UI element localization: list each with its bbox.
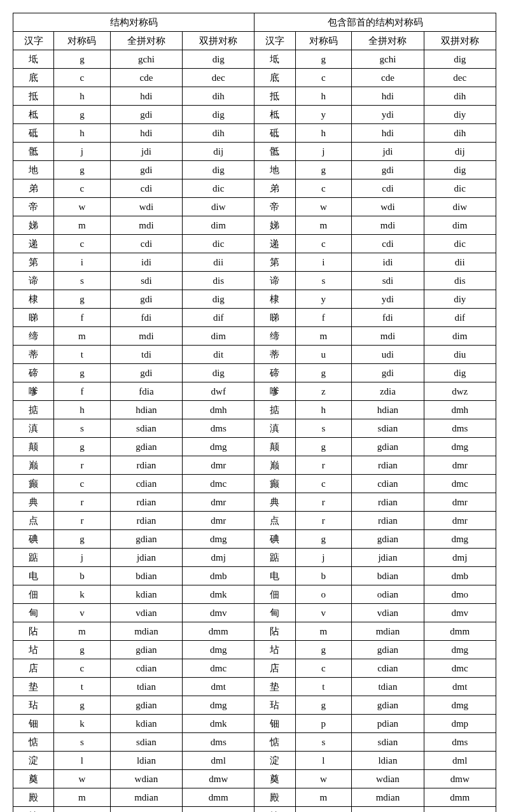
cell-r-hz: 电 <box>254 567 295 585</box>
cell-r-hz: 惦 <box>254 733 295 752</box>
cell-l-hz: 递 <box>13 235 54 253</box>
table-row: 淀lldiandml淀lldiandml <box>13 752 496 770</box>
table-row: 娣mmdidim娣mmdidim <box>13 216 496 235</box>
cell-r-qp: gdian <box>352 530 424 549</box>
cell-r-dc: c <box>295 475 352 493</box>
cell-r-hz: 巅 <box>254 456 295 475</box>
cell-r-dc: b <box>295 567 352 585</box>
cell-l-dc: c <box>54 475 111 493</box>
cell-r-dc: g <box>295 364 352 382</box>
cell-l-sp: dmg <box>183 807 254 813</box>
cell-l-dc: s <box>54 419 111 438</box>
cell-r-hz: 谛 <box>254 272 295 290</box>
cell-r-sp: dmp <box>424 715 496 733</box>
cell-l-hz: 钿 <box>13 715 54 733</box>
cell-l-hz: 碲 <box>13 364 54 382</box>
cell-l-dc: l <box>54 752 111 770</box>
cell-l-qp: mdi <box>110 327 182 346</box>
cell-r-dc: i <box>295 253 352 272</box>
cell-r-hz: 蒂 <box>254 346 295 364</box>
cell-r-sp: dmv <box>424 604 496 622</box>
cell-r-dc: c <box>295 235 352 253</box>
cell-l-dc: w <box>54 770 111 788</box>
cell-r-sp: dmb <box>424 567 496 585</box>
cell-r-qp: jdian <box>352 549 424 567</box>
cell-r-sp: diw <box>424 198 496 216</box>
cell-l-sp: dif <box>183 309 254 327</box>
cell-r-qp: ldian <box>352 752 424 770</box>
cell-r-sp: dmr <box>424 493 496 512</box>
cell-l-sp: dmm <box>183 788 254 807</box>
cell-l-qp: idi <box>110 253 182 272</box>
cell-l-hz: 阽 <box>13 622 54 641</box>
cell-l-sp: dig <box>183 290 254 309</box>
table-row: 电bbdiandmb电bbdiandmb <box>13 567 496 585</box>
cell-r-dc: p <box>295 715 352 733</box>
cell-l-qp: kdian <box>110 715 182 733</box>
cell-r-qp: gdi <box>352 161 424 179</box>
cell-r-sp: diy <box>424 290 496 309</box>
table-row: 棣ggdidig棣yydidiy <box>13 290 496 309</box>
cell-l-sp: dmb <box>183 567 254 585</box>
cell-r-hz: 骶 <box>254 143 295 161</box>
table-row: 惦ssdiandms惦ssdiandms <box>13 733 496 752</box>
cell-l-qp: kdian <box>110 585 182 604</box>
cell-l-hz: 惦 <box>13 733 54 752</box>
cell-r-hz: 掂 <box>254 401 295 419</box>
cell-r-qp: sdi <box>352 272 424 290</box>
cell-l-hz: 奠 <box>13 770 54 788</box>
cell-r-sp: dic <box>424 235 496 253</box>
cell-l-dc: r <box>54 456 111 475</box>
cell-l-sp: dms <box>183 733 254 752</box>
cell-r-hz: 抵 <box>254 87 295 106</box>
cell-r-qp: cdian <box>352 659 424 678</box>
cell-r-sp: dig <box>424 50 496 69</box>
cell-r-dc: z <box>295 382 352 401</box>
cell-l-qp: fdia <box>110 382 182 401</box>
cell-l-qp: mdian <box>110 622 182 641</box>
cell-l-hz: 靛 <box>13 807 54 813</box>
cell-l-qp: rdian <box>110 456 182 475</box>
table-row: 砥hhdidih砥hhdidih <box>13 124 496 143</box>
cell-r-qp: fdi <box>352 309 424 327</box>
table-row: 阽mmdiandmm阽mmdiandmm <box>13 622 496 641</box>
cell-r-sp: dec <box>424 69 496 87</box>
cell-r-sp: dmr <box>424 456 496 475</box>
table-row: 巅rrdiandmr巅rrdiandmr <box>13 456 496 475</box>
cell-l-qp: jdian <box>110 549 182 567</box>
cell-l-qp: ldian <box>110 752 182 770</box>
cell-r-hz: 阽 <box>254 622 295 641</box>
cell-l-qp: mdian <box>110 788 182 807</box>
cell-l-sp: dml <box>183 752 254 770</box>
cell-l-hz: 电 <box>13 567 54 585</box>
cell-l-hz: 抵 <box>13 87 54 106</box>
table-row: 垫ttdiandmt垫ttdiandmt <box>13 678 496 696</box>
cell-r-sp: dmg <box>424 438 496 456</box>
cell-l-qp: gdian <box>110 530 182 549</box>
cell-l-sp: dis <box>183 272 254 290</box>
cell-r-sp: dmr <box>424 512 496 530</box>
cell-l-qp: cdi <box>110 179 182 198</box>
cell-l-qp: cdian <box>110 659 182 678</box>
cell-l-dc: g <box>54 530 111 549</box>
cell-r-dc: w <box>295 198 352 216</box>
cell-r-hz: 坻 <box>254 50 295 69</box>
cell-r-qp: idi <box>352 253 424 272</box>
cell-l-dc: c <box>54 69 111 87</box>
cell-r-dc: j <box>295 143 352 161</box>
table-row: 地ggdidig地ggdidig <box>13 161 496 179</box>
cell-r-dc: f <box>295 309 352 327</box>
cell-r-qp: mdian <box>352 622 424 641</box>
cell-l-dc: g <box>54 641 111 659</box>
cell-r-hz: 玷 <box>254 696 295 715</box>
table-row: 骶jjdidij骶jjdidij <box>13 143 496 161</box>
cell-l-hz: 点 <box>13 512 54 530</box>
cell-r-sp: dmj <box>424 549 496 567</box>
cell-l-hz: 巅 <box>13 456 54 475</box>
cell-r-dc: h <box>295 401 352 419</box>
cell-l-qp: fdi <box>110 309 182 327</box>
cell-l-sp: dih <box>183 87 254 106</box>
cell-r-hz: 递 <box>254 235 295 253</box>
cell-l-dc: m <box>54 788 111 807</box>
cell-r-sp: dmm <box>424 622 496 641</box>
